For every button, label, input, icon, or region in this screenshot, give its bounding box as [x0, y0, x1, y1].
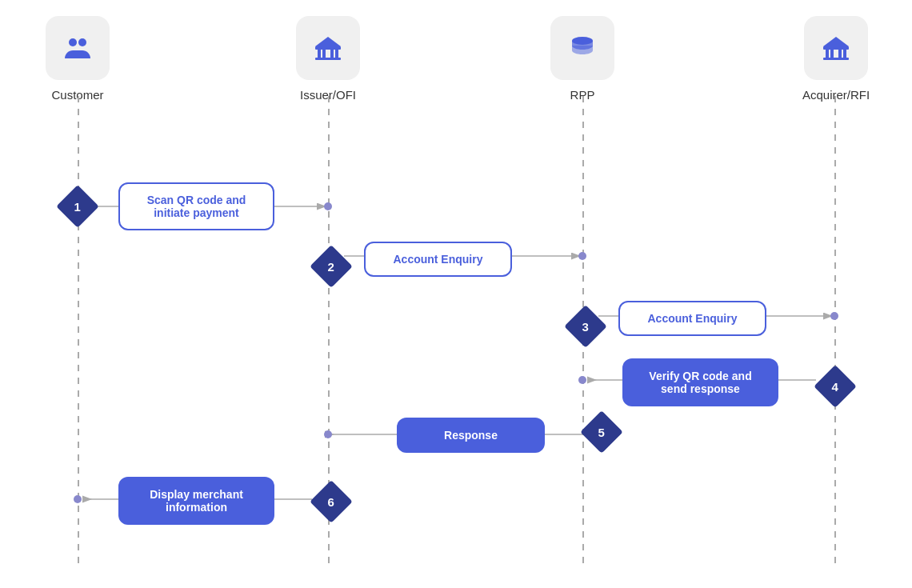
dot-4-rpp: [578, 376, 586, 384]
svg-rect-3: [318, 50, 321, 58]
bank-icon-issuer: [312, 32, 344, 64]
msg-account-enquiry-1-text: Account Enquiry: [393, 253, 482, 266]
step-1-label: 1: [74, 200, 81, 214]
actor-issuer: Issuer/OFI: [296, 16, 360, 102]
bank-icon-acquirer: [820, 32, 852, 64]
actor-rpp: RPP: [550, 16, 614, 102]
sequence-diagram: Customer Issuer/OFI RPP: [0, 0, 912, 588]
msg-account-enquiry-2-text: Account Enquiry: [647, 312, 737, 325]
step-2-label: 2: [328, 260, 334, 274]
svg-marker-16: [823, 37, 849, 46]
msg-scan-qr: Scan QR code and initiate payment: [118, 182, 274, 230]
issuer-icon-box: [296, 16, 360, 80]
svg-point-0: [69, 38, 77, 46]
msg-verify-qr: Verify QR code and send response: [622, 358, 778, 406]
svg-point-1: [78, 38, 86, 46]
svg-rect-5: [330, 50, 334, 58]
dot-6-customer: [74, 495, 82, 503]
people-icon: [62, 32, 94, 64]
step-diamond-4: 4: [814, 365, 857, 408]
step-6-label: 6: [328, 495, 334, 509]
rpp-icon-box: [550, 16, 614, 80]
svg-rect-10: [823, 46, 849, 50]
step-diamond-6: 6: [310, 480, 353, 523]
msg-response-text: Response: [444, 429, 498, 442]
step-3-label: 3: [582, 320, 589, 334]
dot-2-rpp: [578, 252, 586, 260]
customer-icon-box: [46, 16, 110, 80]
step-diamond-3: 3: [564, 305, 607, 348]
svg-rect-6: [335, 50, 338, 58]
msg-display-merchant-text: Display merchant information: [150, 488, 243, 514]
dot-1-issuer: [324, 202, 332, 210]
svg-rect-11: [826, 50, 829, 58]
step-5-label: 5: [598, 426, 605, 439]
svg-rect-7: [315, 58, 341, 60]
step-diamond-1: 1: [56, 185, 99, 228]
step-diamond-5: 5: [580, 410, 623, 454]
step-4-label: 4: [832, 380, 838, 394]
svg-rect-13: [838, 50, 842, 58]
msg-verify-qr-text: Verify QR code and send response: [649, 370, 751, 395]
msg-account-enquiry-2: Account Enquiry: [618, 301, 766, 336]
msg-scan-qr-text: Scan QR code and initiate payment: [147, 194, 246, 219]
lifeline-acquirer: [834, 96, 836, 568]
step-diamond-2: 2: [310, 245, 353, 288]
msg-display-merchant: Display merchant information: [118, 477, 274, 525]
dot-3-acquirer: [830, 312, 838, 320]
actor-acquirer: Acquirer/RFI: [802, 16, 870, 102]
acquirer-icon-box: [804, 16, 868, 80]
msg-account-enquiry-1: Account Enquiry: [364, 242, 512, 277]
dot-5-issuer: [324, 430, 332, 438]
svg-rect-15: [823, 58, 849, 60]
svg-rect-4: [322, 50, 326, 58]
actor-customer: Customer: [46, 16, 110, 102]
svg-rect-2: [315, 46, 341, 50]
svg-rect-14: [843, 50, 846, 58]
acquirer-label: Acquirer/RFI: [802, 88, 870, 102]
svg-marker-8: [315, 37, 341, 46]
database-icon: [566, 32, 598, 64]
svg-rect-12: [830, 50, 834, 58]
msg-response: Response: [397, 418, 545, 453]
